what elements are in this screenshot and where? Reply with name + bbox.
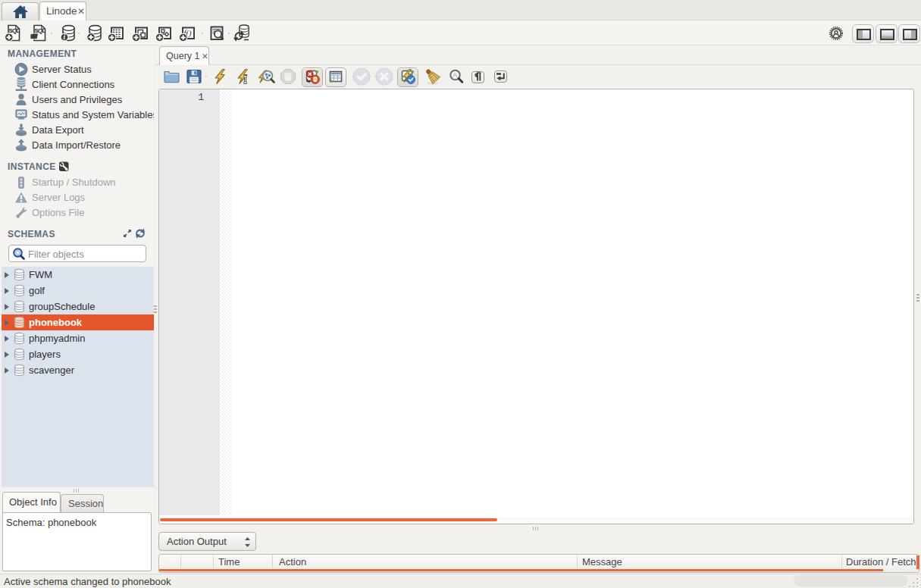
svg-text:A: A	[453, 71, 457, 79]
svg-text:i: i	[63, 33, 65, 41]
